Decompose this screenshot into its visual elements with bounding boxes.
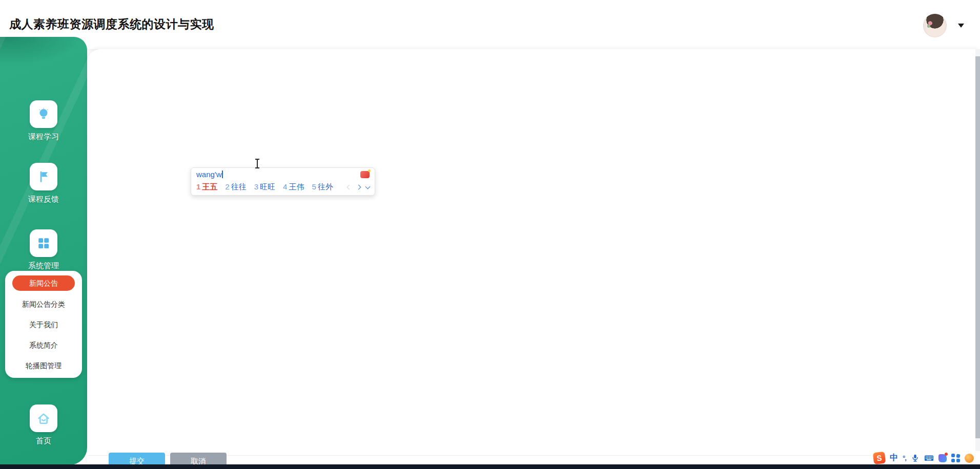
avatar[interactable] — [923, 14, 947, 37]
submenu-item-about-us[interactable]: 关于我们 — [5, 314, 82, 335]
sidebar-item-home[interactable]: 首页 — [0, 404, 87, 446]
ime-tools-icon[interactable] — [360, 171, 370, 178]
submenu-item-system-intro[interactable]: 系统简介 — [5, 335, 82, 355]
ime-candidate[interactable]: 5往外 — [312, 182, 333, 192]
ime-prev-page-icon[interactable] — [347, 185, 352, 190]
sogou-apps-grid-icon[interactable] — [951, 454, 960, 462]
sidebar-item-label: 课程反馈 — [0, 195, 87, 204]
ime-candidate[interactable]: 3旺旺 — [254, 182, 275, 192]
ime-candidate[interactable]: 2往往 — [225, 182, 246, 192]
emoji-icon[interactable] — [965, 454, 974, 463]
sidebar-item-course-learning[interactable]: 课程学习 — [0, 100, 87, 142]
sidebar: 课程学习 课程反馈 系统管理 新闻公告 新闻公告分类 关于我们 系统简介 轮播图… — [0, 37, 87, 465]
mouse-cursor-ibeam — [255, 159, 260, 168]
sidebar-item-label: 课程学习 — [0, 132, 87, 142]
main-content — [87, 49, 980, 464]
page-title: 成人素养班资源调度系统的设计与实现 — [9, 16, 214, 32]
ime-candidate[interactable]: 4王伟 — [283, 182, 304, 192]
submenu-item-news-announcement[interactable]: 新闻公告 — [12, 275, 75, 291]
ime-punctuation-mode[interactable]: °, — [903, 454, 906, 462]
ime-expand-icon[interactable] — [365, 184, 371, 189]
sidebar-item-system-management[interactable]: 系统管理 — [0, 229, 87, 271]
sidebar-item-label: 系统管理 — [0, 261, 87, 271]
home-icon — [30, 404, 57, 432]
ime-candidate[interactable]: 1王五 — [196, 182, 217, 192]
sidebar-item-label: 首页 — [0, 436, 87, 446]
ime-pinyin: wang'w — [196, 170, 223, 179]
sidebar-item-course-feedback[interactable]: 课程反馈 — [0, 163, 87, 204]
scrollbar-thumb[interactable] — [975, 56, 980, 438]
scrollbar-track[interactable] — [975, 49, 980, 464]
avatar-dropdown-caret-icon[interactable] — [958, 24, 964, 28]
microphone-icon[interactable] — [911, 454, 920, 462]
sogou-logo-icon[interactable]: S — [873, 452, 886, 464]
ime-caret — [222, 170, 223, 178]
submenu-item-news-category[interactable]: 新闻公告分类 — [5, 294, 82, 314]
ime-candidates: 1王五 2往往 3旺旺 4王伟 5往外 — [196, 182, 370, 192]
submenu-item-carousel-management[interactable]: 轮播图管理 — [5, 355, 82, 376]
ime-next-page-icon[interactable] — [356, 185, 361, 190]
flag-icon — [30, 163, 57, 190]
header: 成人素养班资源调度系统的设计与实现 — [0, 0, 980, 49]
ime-popup: wang'w 1王五 2往往 3旺旺 4王伟 5往外 — [191, 167, 375, 196]
system-management-submenu: 新闻公告 新闻公告分类 关于我们 系统简介 轮播图管理 — [5, 271, 82, 378]
lightbulb-icon — [30, 100, 57, 128]
grid-icon — [30, 229, 57, 257]
app-window: 成人素养班资源调度系统的设计与实现 课程学习 课程反馈 系统管理 新闻公告 新闻… — [0, 0, 980, 469]
windows-taskbar-edge — [0, 464, 980, 469]
keyboard-icon[interactable] — [924, 454, 934, 462]
sogou-toolbox-icon[interactable] — [938, 454, 947, 462]
sogou-ime-bar: S 中 °, — [871, 451, 980, 465]
ime-chinese-mode[interactable]: 中 — [890, 453, 898, 463]
